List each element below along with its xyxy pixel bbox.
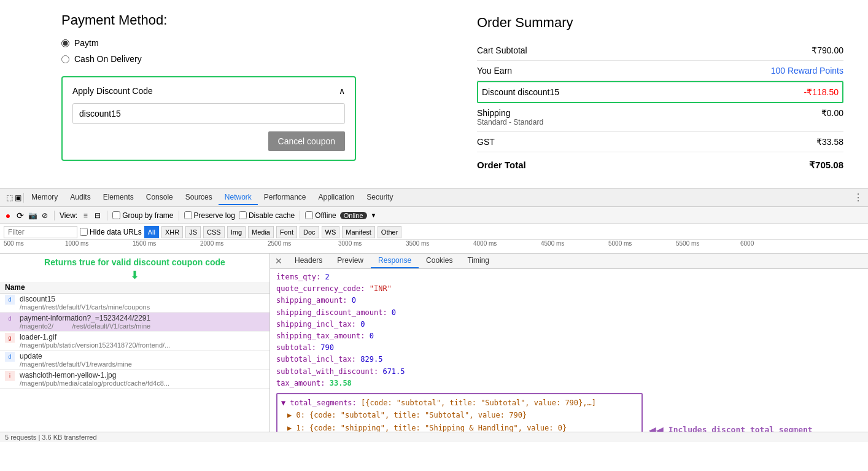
tree-view-icon[interactable]: ⊟ (93, 211, 102, 220)
network-row-discount15[interactable]: d discount15 /magent /rest/default/V1/ca… (0, 294, 269, 313)
tab-sources[interactable]: Sources (179, 190, 219, 205)
discount-row-label: Discount discount15 (482, 87, 559, 97)
shipping-title: Shipping (477, 108, 543, 118)
devtools-icon-cursor[interactable]: ⬚ (5, 193, 14, 202)
tl-6000: 6000 (740, 240, 754, 247)
tab-audits[interactable]: Audits (64, 190, 96, 205)
detail-line-subtotal-discount: subtotal_with_discount: 671.5 (276, 366, 862, 378)
hide-data-urls-label[interactable]: Hide data URLs (80, 228, 142, 236)
tl-5000: 5000 ms (608, 240, 632, 247)
tab-network[interactable]: Network (219, 190, 258, 205)
row-path-payment: /magento2/ (20, 322, 53, 330)
row-name-loader: loader-1.gif (20, 333, 170, 341)
chevron-up-icon[interactable]: ∧ (339, 86, 345, 96)
gst-label: GST (477, 137, 495, 147)
more-tabs-icon[interactable]: ⋮ (853, 192, 863, 203)
clear-icon[interactable]: ⟳ (16, 211, 25, 220)
online-badge[interactable]: Online (340, 212, 367, 219)
tl-500: 500 ms (4, 240, 24, 247)
tl-2000: 2000 ms (200, 240, 223, 247)
discount-input[interactable] (72, 103, 345, 124)
cod-radio[interactable] (61, 55, 69, 63)
record-icon[interactable]: ● (4, 211, 12, 220)
row-path-loader: /magent (20, 341, 44, 349)
filter-css-btn[interactable]: CSS (203, 226, 225, 238)
filter-doc-btn[interactable]: Doc (300, 226, 319, 238)
network-row-loader[interactable]: g loader-1.gif /magent /pub/static/versi… (0, 332, 269, 351)
list-view-icon[interactable]: ≡ (81, 211, 90, 220)
tab-divider (23, 193, 24, 203)
detail-close-icon[interactable]: ✕ (270, 254, 287, 268)
network-row-washcloth[interactable]: i washcloth-lemon-yellow-1.jpg /magent /… (0, 370, 269, 389)
order-summary-section: Order Summary Cart Subtotal ₹790.00 You … (477, 12, 843, 176)
detail-tab-timing[interactable]: Timing (460, 254, 497, 268)
filter-xhr-btn[interactable]: XHR (161, 226, 183, 238)
tab-application[interactable]: Application (312, 190, 361, 205)
row-endpoint-loader: /pub/static/version1523418720/frontend/.… (44, 341, 170, 349)
filter-js-btn[interactable]: JS (185, 226, 201, 238)
offline-label[interactable]: Offline (305, 211, 336, 220)
toolbar-divider4 (300, 211, 300, 220)
filter-ws-btn[interactable]: WS (322, 226, 340, 238)
tab-security[interactable]: Security (360, 190, 399, 205)
tab-memory[interactable]: Memory (25, 190, 64, 205)
shipping-value: ₹0.00 (821, 108, 843, 127)
earn-label: You Earn (477, 66, 512, 76)
camera-icon[interactable]: 📷 (28, 211, 37, 220)
filter-icon[interactable]: ⊘ (41, 211, 49, 220)
disable-cache-checkbox[interactable] (239, 211, 247, 219)
tl-1500: 1500 ms (133, 240, 156, 247)
filter-input[interactable] (4, 226, 77, 238)
earn-value: 100 Reward Points (771, 66, 843, 76)
detail-tab-cookies[interactable]: Cookies (419, 254, 460, 268)
filter-font-btn[interactable]: Font (276, 226, 297, 238)
network-row-payment-info[interactable]: d payment-information?_=15234244/2291 /m… (0, 313, 269, 332)
tab-performance[interactable]: Performance (258, 190, 312, 205)
cod-option[interactable]: Cash On Delivery (61, 54, 428, 64)
timeline-labels: 500 ms 1000 ms 1500 ms 2000 ms 2500 ms 3… (4, 240, 864, 253)
tl-5500: 5500 ms (676, 240, 699, 247)
hide-data-urls-checkbox[interactable] (80, 228, 88, 236)
segments-container: ▼ total_segments: [{code: "subtotal", ti… (276, 392, 862, 432)
row-icon-update: d (5, 352, 15, 362)
filter-bar: Hide data URLs All XHR JS CSS Img Media … (0, 224, 868, 240)
total-value: ₹705.08 (809, 160, 843, 171)
timeline-bar: 500 ms 1000 ms 1500 ms 2000 ms 2500 ms 3… (0, 240, 868, 254)
detail-content: items_qty: 2 quote_currency_code: "INR" … (270, 269, 868, 432)
filter-manifest-btn[interactable]: Manifest (342, 226, 375, 238)
detail-tab-preview[interactable]: Preview (330, 254, 371, 268)
detail-tab-headers[interactable]: Headers (287, 254, 330, 268)
disable-cache-label[interactable]: Disable cache (239, 211, 295, 220)
tab-elements[interactable]: Elements (97, 190, 140, 205)
detail-tab-response[interactable]: Response (371, 254, 419, 268)
toolbar-divider2 (107, 211, 107, 220)
filter-other-btn[interactable]: Other (378, 226, 402, 238)
group-by-frame-label[interactable]: Group by frame (112, 211, 173, 220)
discount-header: Apply Discount Code ∧ (72, 86, 345, 96)
preserve-log-checkbox[interactable] (184, 211, 192, 219)
list-header-name: Name (5, 283, 25, 292)
row-path-washcloth: /magent (20, 380, 44, 387)
paytm-option[interactable]: Paytm (61, 38, 428, 48)
cancel-coupon-button[interactable]: Cancel coupon (268, 131, 345, 151)
network-row-update[interactable]: d update /magent /rest/default/V1/reward… (0, 351, 269, 370)
tab-console[interactable]: Console (140, 190, 179, 205)
network-body: Returns true for valid discount coupon c… (0, 254, 868, 432)
row-icon-washcloth: i (5, 371, 15, 381)
shipping-sub: Standard - Standard (477, 118, 543, 127)
offline-checkbox[interactable] (305, 211, 313, 219)
discount-label: Apply Discount Code (72, 86, 153, 96)
includes-annotation-text: Includes discont total segment (668, 425, 813, 432)
online-dropdown-icon[interactable]: ▼ (371, 212, 377, 219)
segment-1: ▶ 1: {code: "shipping", title: "Shipping… (281, 422, 638, 432)
segment-annotation: ◀◀ Includes discont total segment (649, 422, 813, 432)
group-by-frame-checkbox[interactable] (112, 211, 120, 219)
filter-img-btn[interactable]: Img (227, 226, 246, 238)
filter-media-btn[interactable]: Media (248, 226, 274, 238)
preserve-log-label[interactable]: Preserve log (184, 211, 235, 220)
devtools: ⬚ ▣ Memory Audits Elements Console Sourc… (0, 188, 868, 442)
discount-box: Apply Discount Code ∧ Cancel coupon (61, 76, 356, 161)
paytm-radio[interactable] (61, 39, 69, 47)
filter-all-btn[interactable]: All (144, 226, 159, 238)
devtools-icon-mobile[interactable]: ▣ (14, 193, 22, 202)
